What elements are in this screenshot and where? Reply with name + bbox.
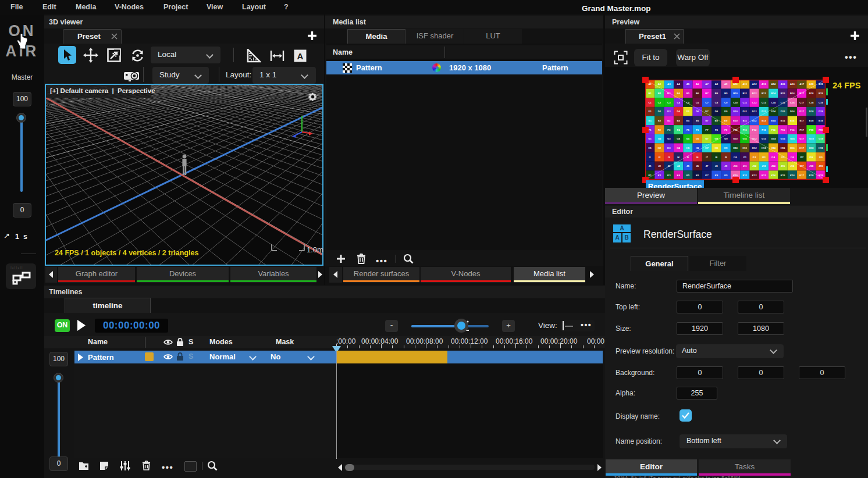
svg-text:H19: H19 [819,147,823,149]
svg-text:E6: E6 [696,119,699,122]
svg-text:K15: K15 [781,174,785,177]
svg-text:H11: H11 [743,147,748,149]
svg-text:K11: K11 [743,174,748,177]
svg-text:B15: B15 [781,92,785,95]
svg-text:G3: G3 [667,137,671,140]
svg-text:F9: F9 [724,129,728,131]
svg-text:A13: A13 [762,83,766,85]
svg-text:B17: B17 [799,92,804,95]
svg-text:B13: B13 [762,92,766,95]
svg-text:H7: H7 [705,147,709,149]
svg-text:B16: B16 [790,92,795,95]
svg-text:F1: F1 [649,129,652,131]
svg-text:C19: C19 [819,101,823,104]
svg-text:I13: I13 [762,156,766,159]
svg-text:G7: G7 [705,137,709,140]
svg-text:G16: G16 [790,137,795,140]
svg-text:K6: K6 [696,174,699,177]
svg-text:J4: J4 [677,165,680,167]
svg-text:C3: C3 [667,101,671,104]
svg-text:E17: E17 [799,119,804,122]
svg-text:H6: H6 [696,147,699,149]
svg-text:C2: C2 [658,101,661,104]
svg-text:E14: E14 [771,119,776,122]
svg-text:D6: D6 [696,110,699,113]
svg-text:E10: E10 [733,119,738,122]
svg-text:F6: F6 [696,129,699,131]
svg-text:H17: H17 [799,147,804,149]
svg-text:F13: F13 [762,129,766,131]
svg-text:K5: K5 [686,174,690,177]
svg-text:K14: K14 [771,174,775,177]
svg-text:A7: A7 [705,83,709,85]
svg-text:B1: B1 [648,92,652,95]
svg-text:A9: A9 [724,83,728,85]
svg-text:C16: C16 [790,101,795,104]
svg-text:F17: F17 [800,129,805,131]
svg-text:J8: J8 [715,165,718,167]
svg-text:J7: J7 [706,165,709,167]
svg-text:D2: D2 [658,110,661,113]
svg-text:E3: E3 [667,119,671,122]
svg-text:A6: A6 [696,83,699,85]
svg-text:B8: B8 [715,92,718,95]
svg-text:A16: A16 [790,83,795,85]
svg-text:B7: B7 [705,92,709,95]
svg-text:B2: B2 [658,92,661,95]
svg-text:B18: B18 [809,92,814,95]
svg-text:J10: J10 [734,165,738,167]
svg-text:E15: E15 [781,119,785,122]
svg-text:D4: D4 [677,110,680,113]
svg-text:H1: H1 [648,147,652,149]
svg-text:K12: K12 [752,174,757,177]
svg-text:B6: B6 [696,92,699,95]
svg-text:D14: D14 [771,110,775,113]
svg-text:C11: C11 [743,101,748,104]
svg-text:H15: H15 [781,147,785,149]
svg-text:C10: C10 [733,101,738,104]
svg-text:K16: K16 [790,174,795,177]
svg-text:F2: F2 [658,129,661,131]
svg-text:C4: C4 [677,101,680,104]
svg-text:D18: D18 [809,110,814,113]
svg-text:J18: J18 [809,165,814,167]
svg-text:C8: C8 [715,101,718,104]
svg-text:A17: A17 [799,83,804,85]
svg-text:K7: K7 [705,174,709,177]
svg-text:D15: D15 [781,110,785,113]
svg-text:G14: G14 [771,137,776,140]
svg-text:J15: J15 [781,165,785,167]
svg-text:E7: E7 [705,119,709,122]
svg-text:D3: D3 [667,110,671,113]
svg-text:C6: C6 [696,101,699,104]
svg-text:G6: G6 [696,137,699,140]
svg-text:K4: K4 [677,174,680,177]
svg-text:I17: I17 [800,156,803,159]
svg-text:I10: I10 [734,156,737,159]
svg-text:J12: J12 [752,165,757,167]
svg-text:F3: F3 [667,129,671,131]
svg-text:I14: I14 [771,156,775,159]
svg-text:D10: D10 [733,110,738,113]
svg-text:B4: B4 [677,92,680,95]
svg-text:J16: J16 [790,165,795,167]
svg-text:A: A [297,51,304,61]
svg-text:E11: E11 [743,119,748,122]
svg-text:G18: G18 [809,137,814,140]
svg-text:C7: C7 [705,101,709,104]
svg-text:D19: D19 [819,110,823,113]
svg-text:I11: I11 [744,156,747,159]
svg-text:D13: D13 [762,110,766,113]
svg-text:D8: D8 [715,110,718,113]
svg-text:I12: I12 [753,156,756,159]
svg-text:E18: E18 [809,119,814,122]
svg-text:F11: F11 [743,129,748,131]
svg-text:I18: I18 [810,156,813,159]
svg-text:E4: E4 [677,119,681,122]
svg-text:J9: J9 [724,165,727,167]
svg-text:E13: E13 [762,119,766,122]
svg-text:E2: E2 [658,119,661,122]
svg-text:D1: D1 [648,110,652,113]
svg-text:A14: A14 [771,83,775,85]
svg-text:B9: B9 [724,92,728,95]
